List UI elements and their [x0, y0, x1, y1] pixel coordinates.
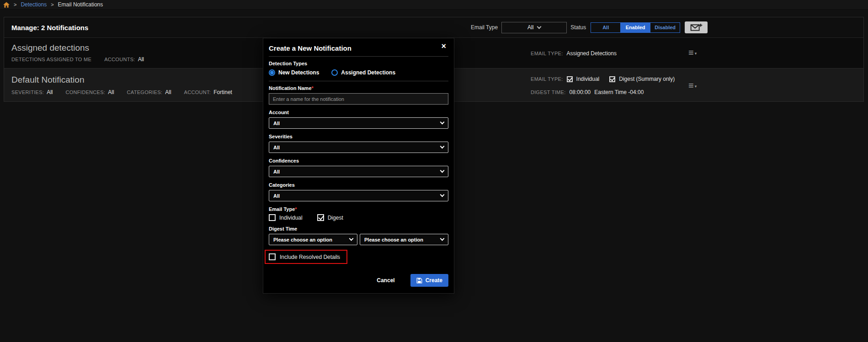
notification-title: Assigned detections — [11, 43, 89, 53]
account-label: ACCOUNT: — [184, 89, 211, 95]
divider — [269, 81, 448, 81]
chevron-down-icon — [349, 237, 354, 241]
severities-select-value: All — [273, 145, 280, 150]
confidences-label: CONFIDENCES: — [66, 89, 106, 95]
accounts-value: All — [138, 56, 144, 63]
caret-down-icon: ▾ — [695, 84, 697, 89]
severities-label: Severities — [269, 134, 448, 139]
severities-field: Severities All — [269, 134, 448, 153]
create-button[interactable]: Create — [410, 274, 448, 287]
assigned-detections-radio-label[interactable]: Assigned Detections — [341, 69, 395, 76]
chevron-down-icon — [440, 168, 445, 173]
status-filter-disabled-button[interactable]: Disabled — [650, 22, 680, 33]
individual-checkbox — [567, 76, 573, 82]
confidences-field: Confidences All — [269, 158, 448, 177]
categories-field: Categories All — [269, 182, 448, 201]
confidences-value: All — [108, 89, 114, 95]
individual-checkbox[interactable] — [269, 214, 276, 221]
chevron-down-icon — [440, 144, 445, 149]
digest-time-selects: Please choose an option Please choose an… — [269, 234, 448, 245]
account-label: Account — [269, 110, 448, 115]
include-resolved-checkbox[interactable] — [269, 253, 276, 260]
notification-name-field: Notification Name* — [269, 85, 448, 105]
new-detections-radio-label[interactable]: New Detections — [278, 69, 319, 76]
categories-select[interactable]: All — [269, 190, 448, 201]
modal-title: Create a New Notification — [269, 44, 448, 52]
individual-label: Individual — [576, 76, 600, 82]
status-filter-label: Status — [570, 24, 586, 31]
email-type-label: EMAIL TYPE: — [531, 51, 563, 56]
notification-title: Default Notification — [11, 75, 84, 85]
include-resolved-checkbox-label[interactable]: Include Resolved Details — [280, 254, 340, 260]
categories-label: Categories — [269, 182, 448, 188]
notification-name-input[interactable] — [269, 93, 448, 105]
close-icon[interactable]: × — [438, 42, 449, 51]
breadcrumb-separator: > — [14, 2, 16, 7]
create-button-label: Create — [426, 277, 442, 284]
digest-time-label: Digest Time — [269, 226, 448, 232]
hamburger-menu-icon: ≡ — [688, 81, 694, 90]
chevron-down-icon — [440, 120, 445, 125]
status-filter-enabled-button[interactable]: Enabled — [620, 22, 650, 33]
digest-time-hour-select[interactable]: Please choose an option — [269, 234, 357, 245]
breadcrumb-link-detections[interactable]: Detections — [21, 1, 47, 8]
page-title: Manage: 2 Notifications — [11, 24, 88, 32]
account-select[interactable]: All — [269, 117, 448, 129]
breadcrumb-current: Email Notifications — [58, 1, 103, 8]
digest-time-hour-value: Please choose an option — [273, 237, 332, 242]
caret-down-icon: ▾ — [695, 51, 697, 56]
required-asterisk: * — [312, 85, 314, 91]
email-type-filter[interactable]: All — [501, 22, 567, 33]
digest-checkbox — [609, 76, 615, 82]
email-type-label: EMAIL TYPE: — [531, 76, 563, 82]
chevron-down-icon — [537, 24, 542, 29]
email-type-filter-label: Email Type — [471, 24, 498, 31]
digest-timezone-value: Eastern Time -04:00 — [594, 89, 644, 95]
digest-time-zone-select[interactable]: Please choose an option — [360, 234, 448, 245]
meta-label: DETECTIONS ASSIGNED TO ME — [11, 57, 91, 62]
digest-time-label: DIGEST TIME: — [531, 89, 566, 95]
individual-checkbox-label[interactable]: Individual — [279, 215, 303, 221]
assigned-detections-radio[interactable] — [331, 69, 338, 76]
home-icon[interactable] — [3, 2, 10, 8]
email-type-summary: EMAIL TYPE: Assigned Detections — [531, 50, 617, 57]
email-type-filter-value: All — [527, 24, 533, 31]
cancel-button[interactable]: Cancel — [374, 277, 397, 284]
chevron-down-icon — [440, 237, 445, 241]
email-plus-icon — [690, 23, 703, 32]
digest-checkbox[interactable] — [317, 214, 324, 221]
detection-types-label: Detection Types — [269, 61, 448, 66]
confidences-select[interactable]: All — [269, 166, 448, 177]
hamburger-menu-icon: ≡ — [688, 48, 694, 57]
status-filter-group: All Enabled Disabled — [591, 22, 680, 33]
save-icon — [416, 278, 422, 284]
digest-checkbox-label[interactable]: Digest — [328, 215, 343, 221]
digest-time-summary: DIGEST TIME: 08:00:00 Eastern Time -04:0… — [531, 89, 644, 95]
row-menu-button[interactable]: ≡ ▾ — [688, 81, 697, 90]
account-select-value: All — [273, 121, 280, 126]
confidences-select-value: All — [273, 169, 280, 174]
email-type-checkbox-group: Individual Digest — [269, 214, 448, 221]
row-menu-button[interactable]: ≡ ▾ — [688, 48, 697, 57]
severities-label: SEVERITIES: — [11, 89, 44, 95]
new-detections-radio[interactable] — [269, 69, 275, 76]
detection-types-radio-group: New Detections Assigned Detections — [269, 69, 448, 76]
notification-name-label: Notification Name — [269, 85, 312, 91]
annotation-highlight: Include Resolved Details — [265, 250, 347, 264]
new-notification-button[interactable] — [685, 21, 708, 33]
breadcrumb: > Detections > Email Notifications — [0, 0, 868, 10]
email-type-summary: EMAIL TYPE: Individual Digest (Summary o… — [531, 76, 675, 82]
create-notification-modal: × Create a New Notification Detection Ty… — [263, 38, 454, 294]
chevron-down-icon — [440, 193, 445, 197]
divider — [269, 56, 448, 57]
breadcrumb-separator: > — [51, 2, 53, 7]
status-filter-all-button[interactable]: All — [591, 22, 621, 33]
required-asterisk: * — [295, 206, 297, 212]
categories-select-value: All — [273, 193, 280, 199]
confidences-label: Confidences — [269, 158, 448, 163]
severities-select[interactable]: All — [269, 142, 448, 153]
categories-label: CATEGORIES: — [127, 89, 163, 95]
notification-meta: SEVERITIES: All CONFIDENCES: All CATEGOR… — [11, 89, 232, 95]
email-type-label: Email Type — [269, 206, 295, 212]
manage-header: Manage: 2 Notifications Email Type All S… — [4, 17, 863, 38]
